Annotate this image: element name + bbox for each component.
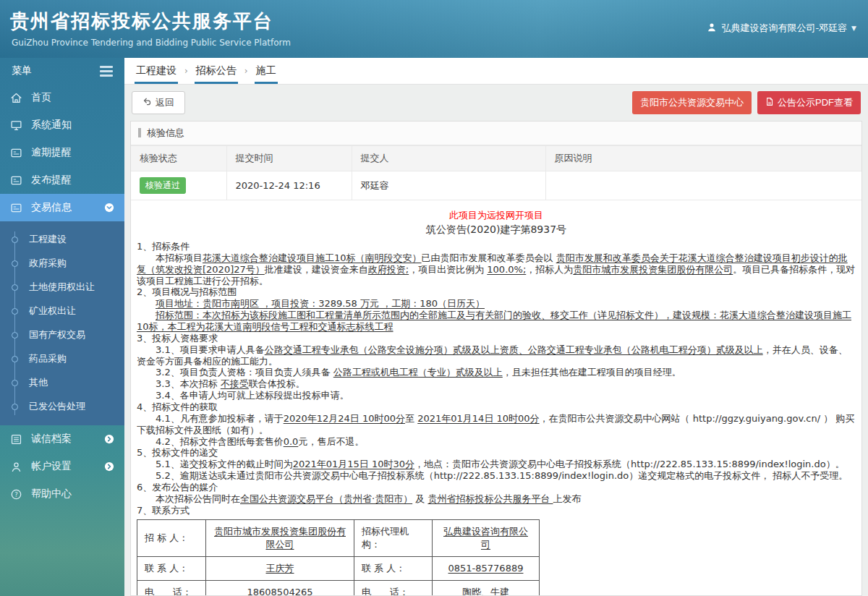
text-segment: 本招标项目	[156, 252, 203, 263]
user-icon	[707, 22, 717, 35]
announcement-heading: 3、投标人资格要求	[137, 333, 856, 344]
announcement-heading: 5、投标文件的递交	[137, 447, 856, 459]
text-segment: ，且未担任其他在建工程项目的项目经理。	[503, 367, 681, 378]
contact-value-cell: 陶晔、牛建	[433, 580, 540, 596]
text-segment: ，项目出资比例为	[409, 264, 487, 275]
contact-label-cell: 电 话：	[354, 580, 433, 596]
pdf-view-button[interactable]: 公告公示PDF查看	[757, 91, 861, 114]
sidebar-item-help-center[interactable]: ?帮助中心	[0, 480, 124, 508]
sidebar-subitem-land-use-right[interactable]: 土地使用权出让	[0, 275, 124, 299]
text-segment: 联合体投标。	[249, 378, 305, 389]
sidebar-item-account-settings[interactable]: 帐户设置	[0, 453, 124, 480]
sidebar-subitem-engineering-construction[interactable]: 工程建设	[0, 227, 124, 251]
exchange-center-button[interactable]: 贵阳市公共资源交易中心	[632, 91, 752, 114]
announcement-paragraph: 4.2、招标文件含图纸每套售价0.0元，售后不退。	[137, 436, 856, 448]
announcement-paragraph: 4.1、凡有意参加投标者，请于2020年12月24日 10时00分至 2021年…	[137, 413, 856, 436]
contact-value-cell: 贵阳市城市发展投资集团股份有限公司	[206, 519, 354, 556]
submit-time-cell: 2020-12-24 12:16	[226, 171, 352, 200]
sidebar: 菜单 首页系统通知逾期提醒发布提醒交易信息 工程建设政府采购土地使用权出让矿业权…	[0, 58, 124, 596]
sidebar-item-label: 发布提醒	[31, 174, 72, 187]
text-segment: 至	[405, 413, 417, 424]
sidebar-subitem-mining-right[interactable]: 矿业权出让	[0, 299, 124, 323]
contact-value-cell: 王庆芳	[206, 556, 354, 580]
back-button[interactable]: 返回	[132, 91, 185, 114]
breadcrumb-item-construction[interactable]: 施工	[255, 64, 278, 84]
breadcrumb: 工程建设 › 招标公告 › 施工	[124, 58, 868, 85]
underlined-field: 0.0	[284, 436, 299, 447]
sidebar-item-label: 逾期提醒	[31, 146, 72, 159]
underlined-field: 全国公共资源交易平台（贵州省·贵阳市）	[240, 493, 412, 504]
underlined-field: 政府投资;	[368, 264, 409, 275]
status-badge: 核验通过	[140, 177, 186, 194]
announcement-paragraph: 招标范围：本次招标为该标段施工图和工程量清单所示范围内的全部施工及与有关部门的验…	[137, 310, 856, 333]
app-subtitle: GuiZhou Province Tendering and Bidding P…	[0, 34, 868, 48]
text-segment: 5.1、递交投标文件的截止时间为	[156, 459, 293, 469]
user-menu[interactable]: 弘典建设咨询有限公司-邓廷容 ▼	[707, 22, 856, 35]
breadcrumb-separator: ›	[244, 64, 248, 76]
text-segment: 6、发布公告的媒介	[137, 482, 218, 493]
announcement-paragraph: 本次招标公告同时在全国公共资源交易平台（贵州省·贵阳市） 及 贵州省招标投标公共…	[137, 493, 856, 505]
sidebar-subitem-state-owned-property[interactable]: 国有产权交易	[0, 323, 124, 346]
announcement-paragraph: 3.4、各申请人均可就上述标段提出投标申请。	[137, 390, 856, 401]
exchange-center-label: 贵阳市公共资源交易中心	[640, 96, 744, 109]
table-row: 核验通过 2020-12-24 12:16 邓廷容	[131, 171, 861, 200]
announcement-paragraph: 3.3、本次招标 不接受联合体投标。	[137, 378, 856, 390]
page: 贵州省招标投标公共服务平台 GuiZhou Province Tendering…	[0, 0, 868, 596]
monitor-icon	[10, 119, 23, 132]
text-segment: 及	[412, 493, 427, 504]
contact-label-cell: 电 话：	[137, 580, 206, 596]
text-segment: 4.1、凡有意参加投标者，请于	[156, 413, 284, 424]
verify-table: 核验状态 提交时间 提交人 原因说明 核验通过 2020-12-24 12:16…	[131, 145, 861, 200]
text-segment: 批准建设，建设资金来自	[265, 264, 368, 275]
underlined-field: 公路交通工程专业承包（公路安全设施分项）贰级及以上资质、公路交通工程专业承包（公…	[265, 344, 763, 355]
main-area: 工程建设 › 招标公告 › 施工 返回 贵阳市公共资源交易中心	[124, 58, 868, 596]
sidebar-subitem-published-announcements[interactable]: 已发公告处理	[0, 394, 124, 418]
chevron-right-circle-icon	[104, 461, 114, 472]
sidebar-subitem-drug-procurement[interactable]: 药品采购	[0, 346, 124, 370]
text-segment: 5.2、逾期送达或未通过贵阳市公共资源交易中心电子招投标系统（http://22…	[156, 470, 848, 481]
underlined-field: 招标范围：本次招标为该标段施工图和工程量清单所示范围内的全部施工及与有关部门的验…	[137, 310, 851, 332]
text-segment: 上发布	[553, 493, 582, 504]
text-segment: 3.2、项目负责人资格：项目负责人须具备	[156, 367, 333, 378]
doc-icon	[10, 201, 23, 214]
doc-icon	[10, 174, 23, 187]
text-segment: 4、招标文件的获取	[137, 401, 218, 412]
contact-value-cell: 弘典建设咨询有限公司	[433, 519, 540, 556]
app-header: 贵州省招标投标公共服务平台 GuiZhou Province Tendering…	[0, 0, 868, 58]
announcement-paragraph: 项目地址：贵阳市南明区 ，项目投资：3289.58 万元 ，工期：180（日历天…	[137, 298, 856, 310]
announcement-body: 1、招标条件本招标项目花溪大道综合整治建设项目施工10标（南明段交安）已由贵阳市…	[131, 241, 861, 516]
breadcrumb-item-announcement[interactable]: 招标公告	[195, 64, 238, 84]
sidebar-item-label: 帐户设置	[31, 460, 72, 473]
sidebar-item-overdue-reminder[interactable]: 逾期提醒	[0, 139, 124, 166]
hamburger-icon[interactable]	[100, 66, 113, 77]
text-segment: 3.4、各申请人均可就上述标段提出投标申请。	[156, 390, 349, 401]
text-segment: ，招标人为	[526, 264, 573, 275]
underlined-field: 2020年12月24日 10时00分	[284, 413, 405, 424]
chevron-right-circle-icon	[104, 434, 114, 444]
sidebar-item-trade-info[interactable]: 交易信息	[0, 194, 124, 221]
sidebar-subitem-government-procurement[interactable]: 政府采购	[0, 251, 124, 275]
contact-label-cell: 联 系 人：	[137, 556, 206, 580]
underlined-field: 不接受	[221, 378, 249, 389]
sidebar-item-credit-archive[interactable]: 诚信档案	[0, 425, 124, 453]
contact-table: 招 标 人：贵阳市城市发展投资集团股份有限公司招标代理机构：弘典建设咨询有限公司…	[137, 519, 540, 596]
section-bar	[138, 128, 141, 137]
underlined-field: 2021年01月15日 10时30分	[293, 459, 414, 469]
sidebar-item-label: 系统通知	[31, 119, 72, 132]
sidebar-item-publish-reminder[interactable]: 发布提醒	[0, 166, 124, 194]
sidebar-bottom-nav: 诚信档案帐户设置?帮助中心	[0, 425, 124, 508]
text-segment: 本次招标公告同时在	[156, 493, 240, 504]
text-segment: ，地点：贵阳市公共资源交易中心电子招投标系统（http://222.85.133…	[414, 459, 845, 469]
announcement-paragraph: 3.1、项目要求申请人具备公路交通工程专业承包（公路安全设施分项）贰级及以上资质…	[137, 344, 856, 367]
underlined-field: 100.0%;	[487, 264, 526, 275]
text-segment: 元，售后不退。	[298, 436, 364, 447]
sidebar-item-home[interactable]: 首页	[0, 84, 124, 111]
col-verify-status: 核验状态	[131, 146, 226, 171]
sidebar-item-system-notice[interactable]: 系统通知	[0, 111, 124, 139]
person-icon	[10, 460, 23, 473]
breadcrumb-item-engineering[interactable]: 工程建设	[135, 64, 178, 84]
reason-cell	[545, 171, 861, 200]
underlined-field: 项目地址：贵阳市南明区 ，项目投资：3289.58 万元 ，工期：180（日历天…	[156, 298, 485, 309]
contact-value-cell: 18608504265	[206, 580, 354, 596]
sidebar-subitem-other[interactable]: 其他	[0, 370, 124, 394]
